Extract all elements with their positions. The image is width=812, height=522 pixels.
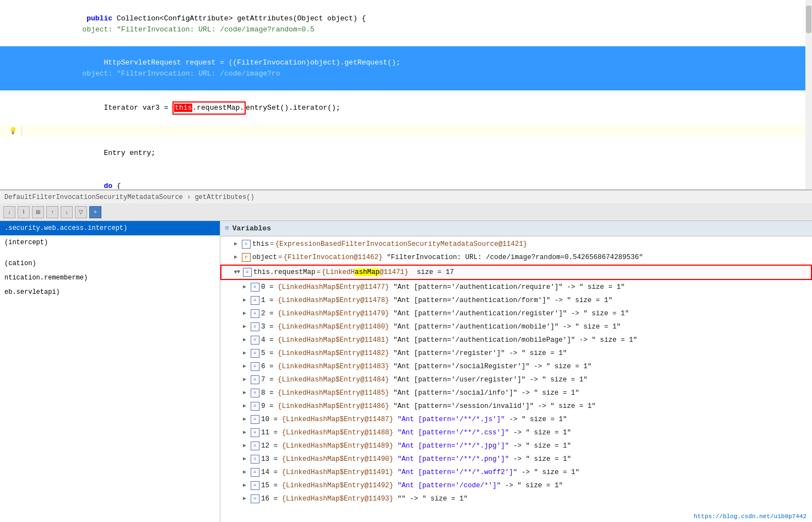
var-row-requestmap[interactable]: ▼ ≡ this.requestMap = {LinkedHashMap@114…: [220, 265, 812, 280]
var-toggle-e16[interactable]: [240, 494, 249, 503]
var-row-entry-2[interactable]: ≡ 2 = {LinkedHashMap$Entry@11479} "Ant […: [220, 307, 812, 320]
var-icon-e4: ≡: [251, 336, 259, 345]
var-icon-e8: ≡: [251, 389, 259, 397]
var-toggle-e0[interactable]: [240, 283, 249, 292]
variables-pane: ≡ Variables ≡ this = {ExpressionBasedFil…: [220, 221, 812, 522]
var-row-this[interactable]: ≡ this = {ExpressionBasedFilterInvocatio…: [220, 238, 812, 251]
scrollbar-thumb[interactable]: [806, 6, 811, 33]
var-icon-e9: ≡: [251, 402, 259, 411]
line-content-3: Iterator var3 = this.requestMap.entrySet…: [22, 90, 812, 126]
var-eq-this: =: [270, 238, 274, 250]
var-row-entry-7[interactable]: ≡ 7 = {LinkedHashMap$Entry@11484} "Ant […: [220, 373, 812, 386]
var-row-entry-14[interactable]: ≡ 14 = {LinkedHashMap$Entry@11491} "Ant …: [220, 466, 812, 479]
code-line-2: HttpServletRequest request = ((FilterInv…: [0, 46, 812, 90]
var-icon-e15: ≡: [251, 481, 259, 490]
stack-item-0[interactable]: .security.web.access.intercept): [0, 221, 220, 235]
var-row-entry-1[interactable]: ≡ 1 = {LinkedHashMap$Entry@11478} "Ant […: [220, 294, 812, 307]
var-icon-object: P: [242, 253, 251, 262]
stack-item-5[interactable]: ntication.rememberme): [0, 271, 220, 285]
code-line-1: public Collection<ConfigAttribute> getAt…: [0, 2, 812, 46]
var-toggle-e11[interactable]: [240, 428, 249, 437]
debug-toolbar: ↓ I ⊞ ↑ ↓ ▽ +: [0, 203, 812, 221]
var-toggle-requestmap[interactable]: ▼: [232, 268, 241, 277]
var-val-e15: 15 = {LinkedHashMap$Entry@11492} "Ant [p…: [261, 480, 563, 492]
code-line-5: Entry entry;: [0, 137, 812, 170]
var-icon-e11: ≡: [251, 428, 259, 437]
var-icon-e7: ≡: [251, 375, 259, 384]
var-toggle-e6[interactable]: [240, 362, 249, 371]
var-icon-requestmap: ≡: [243, 268, 252, 277]
var-icon-e10: ≡: [251, 415, 259, 424]
stack-item-6[interactable]: eb.servletapi): [0, 285, 220, 299]
var-row-entry-6[interactable]: ≡ 6 = {LinkedHashMap$Entry@11483} "Ant […: [220, 360, 812, 373]
var-toggle-e15[interactable]: [240, 481, 249, 490]
var-row-entry-16[interactable]: ≡ 16 = {LinkedHashMap$Entry@11493} "" ->…: [220, 492, 812, 505]
var-val-e16: 16 = {LinkedHashMap$Entry@11493} "" -> "…: [261, 493, 468, 505]
lightbulb-icon: 💡: [9, 127, 17, 135]
var-icon-e0: ≡: [251, 283, 259, 292]
var-row-entry-8[interactable]: ≡ 8 = {LinkedHashMap$Entry@11485} "Ant […: [220, 386, 812, 400]
var-row-entry-9[interactable]: ≡ 9 = {LinkedHashMap$Entry@11486} "Ant […: [220, 400, 812, 413]
this-keyword-highlighted: this: [174, 104, 192, 112]
debug-btn-arrow[interactable]: ↓: [3, 206, 15, 218]
var-toggle-e14[interactable]: [240, 468, 249, 477]
code-lines: public Collection<ConfigAttribute> getAt…: [0, 0, 812, 190]
var-val-e7: 7 = {LinkedHashMap$Entry@11484} "Ant [pa…: [261, 374, 588, 386]
var-toggle-object[interactable]: [231, 253, 240, 262]
var-row-entry-4[interactable]: ≡ 4 = {LinkedHashMap$Entry@11481} "Ant […: [220, 333, 812, 347]
var-val-e1: 1 = {LinkedHashMap$Entry@11478} "Ant [pa…: [261, 294, 613, 306]
var-toggle-e9[interactable]: [240, 402, 249, 411]
var-row-entry-0[interactable]: ≡ 0 = {LinkedHashMap$Entry@11477} "Ant […: [220, 281, 812, 294]
debug-btn-filter[interactable]: ▽: [75, 206, 87, 218]
var-icon-e3: ≡: [251, 322, 259, 331]
var-row-entry-10[interactable]: ≡ 10 = {LinkedHashMap$Entry@11487} "Ant …: [220, 413, 812, 426]
line-content-1: public Collection<ConfigAttribute> getAt…: [22, 2, 812, 46]
var-toggle-e8[interactable]: [240, 389, 249, 397]
var-toggle-e3[interactable]: [240, 322, 249, 331]
debug-btn-add-watch[interactable]: +: [89, 206, 101, 218]
var-toggle-e10[interactable]: [240, 415, 249, 424]
var-row-entry-12[interactable]: ≡ 12 = {LinkedHashMap$Entry@11489} "Ant …: [220, 439, 812, 453]
debug-btn-step-up[interactable]: ↑: [46, 206, 58, 218]
var-icon-e6: ≡: [251, 362, 259, 371]
stack-item-4[interactable]: (cation): [0, 256, 220, 271]
var-val-e14: 14 = {LinkedHashMap$Entry@11491} "Ant [p…: [261, 466, 580, 478]
var-row-object[interactable]: P object = {FilterInvocation@11462} "Fil…: [220, 251, 812, 264]
debug-btn-step-down[interactable]: ↓: [61, 206, 73, 218]
var-icon-this: ≡: [242, 240, 251, 249]
var-toggle-e12[interactable]: [240, 442, 249, 450]
var-toggle-e13[interactable]: [240, 455, 249, 464]
var-toggle-e2[interactable]: [240, 309, 249, 318]
var-row-entry-11[interactable]: ≡ 11 = {LinkedHashMap$Entry@11488} "Ant …: [220, 426, 812, 439]
var-icon-e1: ≡: [251, 296, 259, 305]
breadcrumb-bar: DefaultFilterInvocationSecurityMetadataS…: [0, 190, 812, 203]
code-line-3: Iterator var3 = this.requestMap.entrySet…: [0, 90, 812, 126]
var-toggle-this[interactable]: [231, 240, 240, 249]
var-row-entry-13[interactable]: ≡ 13 = {LinkedHashMap$Entry@11490} "Ant …: [220, 453, 812, 466]
var-icon-e12: ≡: [251, 442, 259, 450]
debug-body: .security.web.access.intercept) (interce…: [0, 221, 812, 522]
var-icon-e2: ≡: [251, 309, 259, 318]
var-toggle-e7[interactable]: [240, 375, 249, 384]
inline-comment-2: object: "FilterInvocation: URL: /code/im…: [69, 69, 280, 78]
var-row-entry-5[interactable]: ≡ 5 = {LinkedHashMap$Entry@11482} "Ant […: [220, 347, 812, 360]
var-val-e13: 13 = {LinkedHashMap$Entry@11490} "Ant [p…: [261, 453, 571, 465]
var-icon-e5: ≡: [251, 349, 259, 358]
var-row-entry-3[interactable]: ≡ 3 = {LinkedHashMap$Entry@11480} "Ant […: [220, 320, 812, 333]
var-toggle-e4[interactable]: [240, 336, 249, 345]
stack-item-1[interactable]: (intercept): [0, 235, 220, 250]
stack-item-label-1: (intercept): [4, 239, 48, 246]
var-toggle-e5[interactable]: [240, 349, 249, 358]
code-line-6: do {: [0, 170, 812, 190]
variables-icon: ≡: [225, 224, 229, 233]
var-val-e10: 10 = {LinkedHashMap$Entry@11487} "Ant [p…: [261, 413, 567, 426]
var-name-requestmap: this.requestMap: [253, 266, 316, 278]
var-row-entry-15[interactable]: ≡ 15 = {LinkedHashMap$Entry@11492} "Ant …: [220, 479, 812, 492]
scrollbar-vertical[interactable]: [805, 0, 812, 189]
var-name-object: object: [252, 251, 277, 263]
debug-btn-cursor[interactable]: I: [18, 206, 30, 218]
debug-btn-table[interactable]: ⊞: [32, 206, 44, 218]
var-eq-requestmap: =: [317, 266, 321, 278]
var-val-this: {ExpressionBasedFilterInvocationSecurity…: [275, 238, 528, 250]
var-toggle-e1[interactable]: [240, 296, 249, 305]
